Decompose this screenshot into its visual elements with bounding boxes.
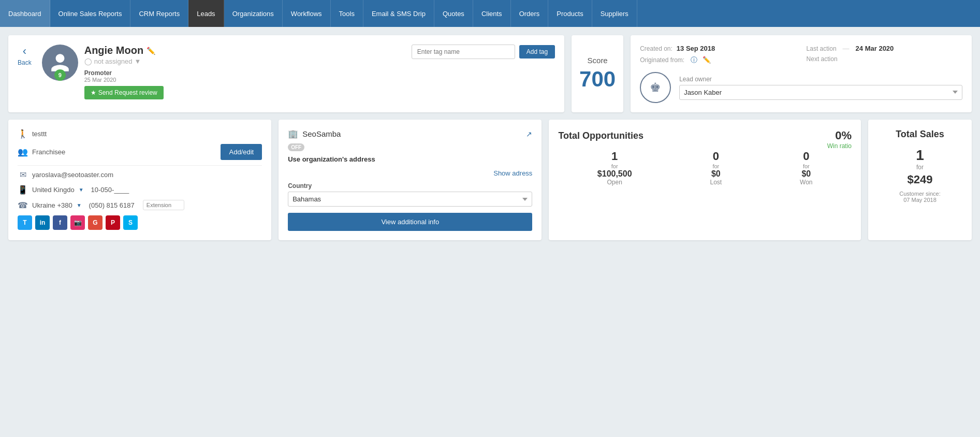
lead-card: ‹ Back 9 Angie Moon ✏️ ◯ <box>8 35 564 112</box>
open-for: for <box>597 163 632 169</box>
win-ratio-label: Win ratio <box>827 142 852 150</box>
nav-leads[interactable]: Leads <box>188 0 224 27</box>
promoter-date: 25 Mar 2020 <box>84 77 405 83</box>
google-button[interactable]: G <box>88 215 103 230</box>
lost-label: Lost <box>710 179 722 186</box>
customer-since-date: 07 May 2018 <box>903 197 937 203</box>
job-title-row: 🚶 testtt <box>18 129 262 139</box>
edit-originated-icon[interactable]: ✏️ <box>703 56 711 64</box>
nav-quotes[interactable]: Quotes <box>434 0 473 27</box>
dropdown-icon[interactable]: ▼ <box>134 57 141 65</box>
instagram-button[interactable]: 📷 <box>70 215 85 230</box>
originated-from-item: Originated from: ⓘ ✏️ <box>640 55 796 65</box>
win-ratio-section: 0% Win ratio <box>827 129 852 150</box>
back-label: Back <box>18 59 32 66</box>
phone1-dropdown-icon[interactable]: ▼ <box>79 187 84 193</box>
org-header: 🏢 SeoSamba ↗ <box>288 129 532 139</box>
use-org-address-label: Use organization's address <box>288 155 532 163</box>
lead-owner-section: Lead owner Jason Kaber <box>679 76 962 100</box>
won-num: 0 <box>800 150 812 163</box>
facebook-button[interactable]: f <box>53 215 67 230</box>
promoter-label: Promoter <box>84 69 405 77</box>
extension-input[interactable] <box>143 200 184 210</box>
pinterest-button[interactable]: P <box>106 215 120 230</box>
phone2-dropdown-icon[interactable]: ▼ <box>77 202 82 208</box>
not-assigned-label: not assigned <box>94 57 133 65</box>
created-on-item: Created on: 13 Sep 2018 <box>640 45 796 52</box>
sales-amount: $249 <box>877 173 962 186</box>
tag-input[interactable] <box>412 45 515 59</box>
score-badge: 9 <box>54 69 66 81</box>
nav-organizations[interactable]: Organizations <box>224 0 283 27</box>
lead-owner-label: Lead owner <box>679 76 962 83</box>
not-assigned-row: ◯ not assigned ▼ <box>84 57 405 65</box>
sales-num: 1 <box>877 147 962 164</box>
nav-online-sales[interactable]: Online Sales Reports <box>50 0 131 27</box>
phone2-country: Ukraine +380 <box>32 201 72 209</box>
last-action-label: Last action <box>807 45 837 52</box>
lost-amt: $0 <box>710 169 722 179</box>
lost-num: 0 <box>710 150 722 163</box>
toggle-row: OFF <box>288 143 532 151</box>
show-address-row: Show adress <box>288 169 532 177</box>
skype-button[interactable]: S <box>123 215 138 230</box>
country-select[interactable]: Bahamas <box>288 192 532 207</box>
building-icon: 🏢 <box>288 129 298 139</box>
lost-for: for <box>710 163 722 169</box>
opps-title: Total Opportunities <box>558 130 643 141</box>
lost-stat: 0 for $0 Lost <box>710 150 722 186</box>
org-card: 🏢 SeoSamba ↗ OFF Use organization's addr… <box>279 120 542 240</box>
edit-name-icon[interactable]: ✏️ <box>147 47 155 55</box>
created-on-value: 13 Sep 2018 <box>677 45 715 52</box>
nav-tools[interactable]: Tools <box>331 0 363 27</box>
opps-header: Total Opportunities 0% Win ratio <box>558 129 852 150</box>
lead-info: Angie Moon ✏️ ◯ not assigned ▼ Promoter … <box>84 45 405 99</box>
country-label: Country <box>288 182 532 190</box>
view-additional-info-button[interactable]: View additional info <box>288 213 532 231</box>
linkedin-button[interactable]: in <box>35 215 50 230</box>
add-tag-button[interactable]: Add tag <box>519 45 555 59</box>
nav-products[interactable]: Products <box>548 0 592 27</box>
lead-name-text: Angie Moon <box>84 45 143 56</box>
info-icon[interactable]: ⓘ <box>691 55 697 65</box>
external-link-icon[interactable]: ↗ <box>526 130 532 138</box>
won-stat: 0 for $0 Won <box>800 150 812 186</box>
twitter-button[interactable]: T <box>18 215 32 230</box>
nav-workflows[interactable]: Workflows <box>283 0 331 27</box>
role-row: 👥 Franchisee Add/edit <box>18 144 262 160</box>
meta-grid: Created on: 13 Sep 2018 Last action — 24… <box>640 45 962 65</box>
role-label: Franchisee <box>32 148 65 156</box>
top-row: ‹ Back 9 Angie Moon ✏️ ◯ <box>8 35 972 112</box>
customer-since-label: Customer since: <box>899 191 940 197</box>
lead-owner-select[interactable]: Jason Kaber <box>679 85 962 100</box>
crown-section: ♚ Lead owner Jason Kaber <box>640 72 962 103</box>
add-edit-button[interactable]: Add/edit <box>221 144 262 160</box>
org-name: SeoSamba <box>302 129 341 138</box>
nav-email-sms[interactable]: Email & SMS Drip <box>363 0 434 27</box>
mobile-icon: 📱 <box>18 185 28 195</box>
nav-orders[interactable]: Orders <box>511 0 549 27</box>
sales-for: for <box>877 164 962 171</box>
back-button[interactable]: ‹ Back <box>18 45 32 66</box>
nav-clients[interactable]: Clients <box>473 0 511 27</box>
user-icon: ◯ <box>84 57 92 65</box>
bottom-row: 🚶 testtt 👥 Franchisee Add/edit ✉ yarosla… <box>8 120 972 240</box>
nav-dashboard[interactable]: Dashboard <box>0 0 50 27</box>
group-icon: 👥 <box>18 147 28 157</box>
back-arrow-icon: ‹ <box>23 45 26 58</box>
phone2-number: (050) 815 6187 <box>89 201 135 209</box>
email-address: yaroslava@seotoaster.com <box>32 171 113 179</box>
toggle-off[interactable]: OFF <box>288 143 304 151</box>
phone-icon: ☎ <box>18 200 28 210</box>
customer-since: Customer since: 07 May 2018 <box>877 191 962 203</box>
score-card: Score 700 <box>572 35 623 112</box>
nav-crm-reports[interactable]: CRM Reports <box>130 0 188 27</box>
originated-from-label: Originated from: <box>640 56 684 64</box>
score-label: Score <box>588 56 608 65</box>
person-walk-icon: 🚶 <box>18 129 28 139</box>
nav-suppliers[interactable]: Suppliers <box>592 0 637 27</box>
phone1-row: 📱 United Kingdo ▼ 10-050-____ <box>18 185 262 195</box>
show-address-link[interactable]: Show adress <box>493 169 532 177</box>
open-stat: 1 for $100,500 Open <box>597 150 632 186</box>
send-request-button[interactable]: ★ Send Request review <box>84 86 164 99</box>
